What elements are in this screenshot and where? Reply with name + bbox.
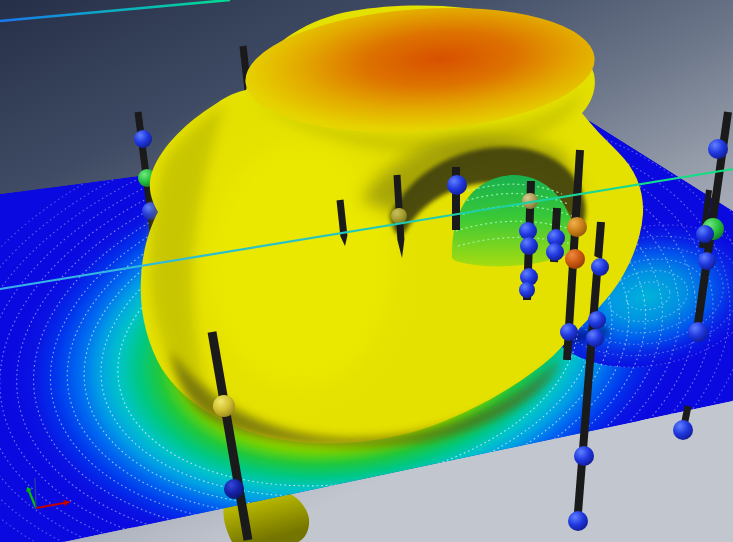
assay-interval-sphere-blue[interactable] bbox=[696, 225, 714, 243]
assay-interval-sphere-orangered[interactable] bbox=[565, 249, 585, 269]
assay-interval-sphere-blue[interactable] bbox=[574, 446, 594, 466]
assay-interval-sphere-blue[interactable] bbox=[698, 252, 716, 270]
assay-interval-sphere-olive[interactable] bbox=[391, 208, 407, 224]
assay-interval-sphere-blue[interactable] bbox=[591, 258, 609, 276]
assay-interval-sphere-blue[interactable] bbox=[568, 511, 588, 531]
assay-interval-sphere-blue[interactable] bbox=[588, 311, 606, 329]
assay-interval-sphere-blue[interactable] bbox=[447, 175, 467, 195]
assay-interval-sphere-yellow[interactable] bbox=[213, 395, 235, 417]
assay-interval-sphere-blue[interactable] bbox=[708, 139, 728, 159]
assay-interval-sphere-blue[interactable] bbox=[546, 243, 564, 261]
assay-interval-sphere-orange[interactable] bbox=[567, 217, 587, 237]
assay-interval-sphere-blue[interactable] bbox=[519, 282, 535, 298]
assay-interval-sphere-blue[interactable] bbox=[520, 237, 538, 255]
assay-interval-sphere-darkblue[interactable] bbox=[224, 479, 244, 499]
assay-interval-sphere-blue[interactable] bbox=[134, 130, 152, 148]
3d-viewport[interactable] bbox=[0, 0, 733, 542]
assay-interval-sphere-blue[interactable] bbox=[688, 322, 708, 342]
scene-svg[interactable] bbox=[0, 0, 733, 542]
assay-interval-sphere-blue[interactable] bbox=[560, 323, 578, 341]
assay-interval-sphere-blue[interactable] bbox=[673, 420, 693, 440]
assay-interval-sphere-blue[interactable] bbox=[586, 329, 604, 347]
